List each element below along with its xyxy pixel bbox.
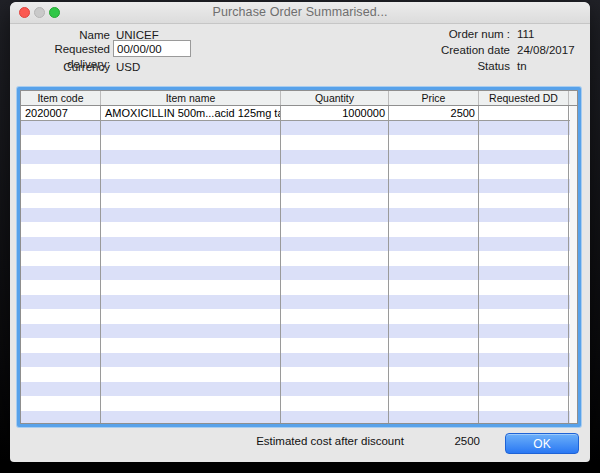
table-cell[interactable] bbox=[479, 179, 569, 194]
table-cell[interactable] bbox=[101, 382, 281, 397]
table-cell[interactable] bbox=[101, 135, 281, 150]
table-cell[interactable] bbox=[281, 237, 389, 252]
table-cell[interactable] bbox=[389, 135, 479, 150]
table-cell[interactable] bbox=[281, 208, 389, 223]
table-cell[interactable] bbox=[389, 193, 479, 208]
table-cell[interactable] bbox=[389, 208, 479, 223]
table-row[interactable] bbox=[21, 237, 577, 252]
table-cell[interactable] bbox=[101, 324, 281, 339]
table-cell[interactable] bbox=[281, 411, 389, 425]
table-row[interactable] bbox=[21, 367, 577, 382]
table-cell[interactable] bbox=[479, 280, 569, 295]
table-cell[interactable] bbox=[479, 208, 569, 223]
table-row[interactable] bbox=[21, 193, 577, 208]
table-cell[interactable] bbox=[21, 121, 101, 136]
table-cell[interactable] bbox=[479, 309, 569, 324]
table-cell[interactable]: 1000000 bbox=[281, 106, 389, 120]
table-cell[interactable] bbox=[479, 135, 569, 150]
table-cell[interactable] bbox=[101, 237, 281, 252]
table-cell[interactable] bbox=[389, 222, 479, 237]
table-cell[interactable] bbox=[101, 164, 281, 179]
table-cell[interactable] bbox=[389, 309, 479, 324]
table-row[interactable] bbox=[21, 382, 577, 397]
table-cell[interactable] bbox=[281, 295, 389, 310]
table-cell[interactable] bbox=[479, 266, 569, 281]
table-row[interactable] bbox=[21, 396, 577, 411]
table-cell[interactable]: 2020007 bbox=[21, 106, 101, 120]
table-cell[interactable] bbox=[101, 193, 281, 208]
table-cell[interactable] bbox=[21, 193, 101, 208]
table-cell[interactable] bbox=[21, 222, 101, 237]
table-cell[interactable] bbox=[21, 237, 101, 252]
table-cell[interactable] bbox=[281, 353, 389, 368]
table-cell[interactable] bbox=[281, 121, 389, 136]
table-cell[interactable] bbox=[479, 222, 569, 237]
table-cell[interactable] bbox=[21, 295, 101, 310]
table-cell[interactable] bbox=[281, 396, 389, 411]
table-cell[interactable] bbox=[21, 396, 101, 411]
table-cell[interactable] bbox=[21, 309, 101, 324]
table-row[interactable] bbox=[21, 353, 577, 368]
table-cell[interactable] bbox=[101, 295, 281, 310]
table-cell[interactable] bbox=[101, 266, 281, 281]
table-row[interactable] bbox=[21, 251, 577, 266]
table-cell[interactable] bbox=[479, 396, 569, 411]
table-cell[interactable] bbox=[479, 164, 569, 179]
table-row[interactable] bbox=[21, 338, 577, 353]
table-cell[interactable] bbox=[101, 396, 281, 411]
table-cell[interactable] bbox=[479, 338, 569, 353]
table-cell[interactable] bbox=[389, 396, 479, 411]
table-row[interactable]: 2020007AMOXICILLIN 500m...acid 125mg tab… bbox=[21, 106, 577, 121]
table-cell[interactable] bbox=[479, 193, 569, 208]
table-cell[interactable] bbox=[389, 251, 479, 266]
table-cell[interactable] bbox=[281, 367, 389, 382]
table-cell[interactable] bbox=[101, 353, 281, 368]
table-cell[interactable] bbox=[389, 411, 479, 425]
table-cell[interactable] bbox=[281, 280, 389, 295]
table-cell[interactable] bbox=[389, 295, 479, 310]
table-cell[interactable] bbox=[21, 208, 101, 223]
table-cell[interactable] bbox=[389, 367, 479, 382]
table-cell[interactable] bbox=[101, 367, 281, 382]
table-cell[interactable]: 2500 bbox=[389, 106, 479, 120]
table-cell[interactable] bbox=[101, 150, 281, 165]
table-cell[interactable] bbox=[389, 382, 479, 397]
table-cell[interactable]: AMOXICILLIN 500m...acid 125mg tablet bbox=[101, 106, 281, 120]
table-cell[interactable] bbox=[389, 280, 479, 295]
table-cell[interactable] bbox=[281, 266, 389, 281]
table-cell[interactable] bbox=[389, 353, 479, 368]
table-row[interactable] bbox=[21, 208, 577, 223]
table-cell[interactable] bbox=[21, 353, 101, 368]
table-cell[interactable] bbox=[479, 353, 569, 368]
table-cell[interactable] bbox=[389, 237, 479, 252]
table-cell[interactable] bbox=[101, 222, 281, 237]
table-cell[interactable] bbox=[101, 251, 281, 266]
table-row[interactable] bbox=[21, 280, 577, 295]
table-cell[interactable] bbox=[389, 324, 479, 339]
table-cell[interactable] bbox=[101, 411, 281, 425]
table-row[interactable] bbox=[21, 295, 577, 310]
table-cell[interactable] bbox=[479, 237, 569, 252]
table-cell[interactable] bbox=[479, 324, 569, 339]
table-row[interactable] bbox=[21, 411, 577, 425]
column-header-quantity[interactable]: Quantity bbox=[281, 91, 389, 105]
table-cell[interactable] bbox=[101, 309, 281, 324]
table-cell[interactable] bbox=[479, 150, 569, 165]
column-header-requested-dd[interactable]: Requested DD bbox=[479, 91, 569, 105]
ok-button[interactable]: OK bbox=[505, 433, 579, 454]
table-cell[interactable] bbox=[21, 411, 101, 425]
column-header-item-name[interactable]: Item name bbox=[101, 91, 281, 105]
table-cell[interactable] bbox=[389, 164, 479, 179]
table-cell[interactable] bbox=[21, 382, 101, 397]
column-header-price[interactable]: Price bbox=[389, 91, 479, 105]
table-cell[interactable] bbox=[389, 338, 479, 353]
table-row[interactable] bbox=[21, 309, 577, 324]
table-cell[interactable] bbox=[389, 150, 479, 165]
table-cell[interactable] bbox=[101, 208, 281, 223]
table-cell[interactable] bbox=[281, 338, 389, 353]
table-cell[interactable] bbox=[389, 121, 479, 136]
table-cell[interactable] bbox=[281, 193, 389, 208]
title-bar[interactable]: Purchase Order Summarised... bbox=[10, 2, 590, 24]
table-cell[interactable] bbox=[101, 179, 281, 194]
table-cell[interactable] bbox=[21, 367, 101, 382]
